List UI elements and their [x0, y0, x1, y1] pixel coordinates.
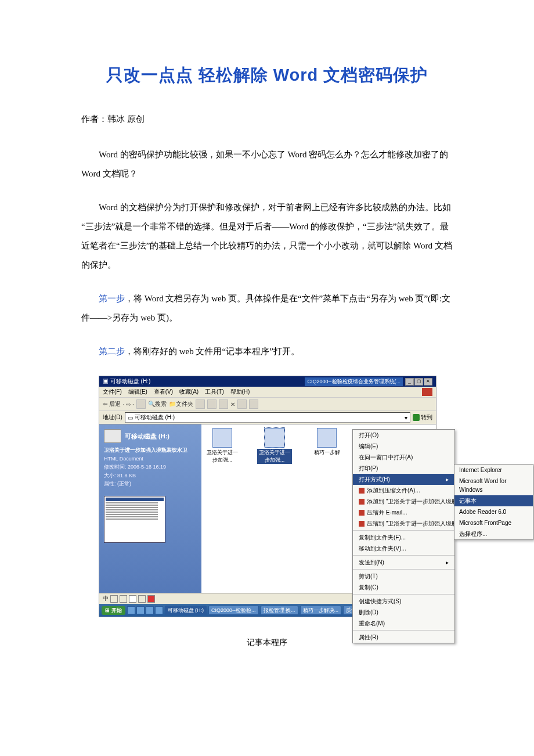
menu-file[interactable]: 文件(F) [103, 388, 122, 395]
file-item-selected[interactable]: 卫浴关于进一步加强... [257, 428, 292, 464]
file-item[interactable]: 精巧一步解 [309, 428, 344, 456]
submenu-ie[interactable]: Internet Explorer [454, 465, 533, 476]
window-buttons: _ ▢ ✕ [405, 378, 432, 386]
ctx-open[interactable]: 打开(O) [353, 430, 454, 441]
figure-screenshot: ▣ 可移动磁盘 (H:) CIQ2000--检验检疫综合业务管理系统(... _… [99, 376, 435, 648]
paragraph-step-1: 第一步，将 Word 文档另存为 web 页。具体操作是在“文件”菜单下点击“另… [81, 289, 453, 327]
menu-edit[interactable]: 编辑(E) [128, 388, 147, 395]
taskbar-button[interactable]: CIQ2000--检验检... [208, 606, 259, 615]
submenu-choose[interactable]: 选择程序... [454, 528, 533, 539]
menu-help[interactable]: 帮助(H) [230, 388, 250, 395]
ctx-shortcut[interactable]: 创建快捷方式(S) [353, 596, 454, 607]
ime-icon[interactable] [147, 595, 155, 603]
step2-label: 第二步 [99, 347, 125, 356]
document-page: 只改一点点 轻松解除 Word 文档密码保护 作者：韩冰 原创 Word 的密码… [0, 0, 534, 694]
quick-launch [127, 606, 163, 614]
ctx-rar-email[interactable]: 压缩到 "卫浴关于进一步加强入境瓶装饮水卫.rar" 并 E-mail [353, 518, 454, 529]
folders-button[interactable]: 📁文件夹 [169, 400, 193, 408]
ctx-add-archive[interactable]: 添加到压缩文件(A)... [353, 485, 454, 496]
chevron-right-icon: ▸ [446, 558, 449, 567]
menu-items: 文件(F) 编辑(E) 查看(V) 收藏(A) 工具(T) 帮助(H) [103, 388, 254, 396]
submenu-word[interactable]: Microsoft Word for Windows [454, 476, 533, 495]
ql-icon[interactable] [127, 606, 135, 614]
ctx-print[interactable]: 打印(P) [353, 463, 454, 474]
submenu-notepad[interactable]: 记事本 [454, 495, 533, 506]
ctx-move-to-folder[interactable]: 移动到文件夹(V)... [353, 543, 454, 554]
ql-icon[interactable] [136, 606, 145, 614]
delete-icon[interactable]: ✕ [230, 401, 235, 408]
ctx-open-with[interactable]: 打开方式(H)▸ [353, 474, 454, 485]
taskbar-button[interactable]: 精巧一步解决... [300, 606, 342, 615]
ctx-open-same-window[interactable]: 在同一窗口中打开(A) [353, 452, 454, 463]
ime-icon[interactable] [110, 595, 118, 603]
ctx-add-rar[interactable]: 添加到 "卫浴关于进一步加强入境瓶装饮水卫.rar"(T) [353, 496, 454, 507]
open-with-submenu: Internet Explorer Microsoft Word for Win… [454, 464, 533, 540]
menu-favorites[interactable]: 收藏(A) [179, 388, 199, 395]
step1-label: 第一步 [99, 294, 125, 303]
menu-tools[interactable]: 工具(T) [205, 388, 224, 395]
window-title-text: ▣ 可移动磁盘 (H:) [103, 377, 150, 386]
address-label: 地址(D) [103, 413, 122, 422]
minimize-button[interactable]: _ [405, 378, 414, 386]
ctx-edit[interactable]: 编辑(E) [353, 441, 454, 452]
windows-logo-icon [422, 388, 432, 396]
submenu-frontpage[interactable]: Microsoft FrontPage [454, 517, 533, 528]
menubar: 文件(F) 编辑(E) 查看(V) 收藏(A) 工具(T) 帮助(H) [99, 387, 436, 398]
taskbar-button[interactable]: 报检管理 换... [261, 606, 298, 615]
ctx-copy-to-folder[interactable]: 复制到文件夹(F)... [353, 532, 454, 543]
file-type: HTML Document [104, 455, 197, 463]
side-panel-title: 可移动磁盘 (H:) [125, 432, 169, 441]
submenu-adobe[interactable]: Adobe Reader 6.0 [454, 506, 533, 517]
toolbar: ⇦ 后退 · ⇨ · 🔍搜索 📁文件夹 ✕ [99, 398, 436, 411]
ctx-delete[interactable]: 删除(D) [353, 607, 454, 618]
titlebar-right: CIQ2000--检验检疫综合业务管理系统(... _ ▢ ✕ [305, 377, 432, 386]
menu-view[interactable]: 查看(V) [154, 388, 173, 395]
ime-icon[interactable] [120, 595, 127, 603]
chevron-right-icon: ▸ [446, 475, 449, 484]
ql-icon[interactable] [155, 606, 163, 614]
move-to-icon[interactable] [207, 399, 217, 409]
ime-indicator[interactable]: 中 [103, 595, 109, 603]
ctx-copy[interactable]: 复制(C) [353, 582, 454, 593]
context-menu: 打开(O) 编辑(E) 在同一窗口中打开(A) 打印(P) 打开方式(H)▸ 添… [352, 429, 455, 643]
copy-to-icon[interactable] [219, 399, 228, 409]
ctx-zip-email[interactable]: 压缩并 E-mail... [353, 507, 454, 518]
search-button[interactable]: 🔍搜索 [148, 400, 167, 408]
file-item[interactable]: 卫浴关于进一步加强... [205, 428, 240, 464]
go-button[interactable]: 转到 [413, 413, 432, 422]
go-icon [413, 414, 420, 421]
ctx-send-to[interactable]: 发送到(N)▸ [353, 557, 454, 568]
taskbar-button[interactable]: 可移动磁盘 (H:) [165, 606, 207, 615]
up-icon[interactable] [136, 399, 146, 409]
maximize-button[interactable]: ▢ [414, 378, 423, 386]
paragraph-intro-2: Word 的文档保护分为打开保护和修改保护，对于前者网上已经有许多比较成熟的办法… [81, 198, 453, 275]
history-icon[interactable] [196, 399, 205, 409]
html-file-icon [212, 428, 232, 448]
html-file-icon [265, 428, 284, 448]
close-button[interactable]: ✕ [424, 378, 432, 386]
explorer-body: 可移动磁盘 (H:) 卫浴关于进一步加强入境瓶装饮水卫 HTML Documen… [99, 424, 436, 593]
paragraph-step-2: 第二步，将刚存好的 web 文件用“记事本程序”打开。 [81, 342, 453, 361]
start-button[interactable]: ⊞ 开始 [102, 606, 125, 615]
file-modified: 修改时间: 2006-5-16 16:19 [104, 463, 197, 471]
titlebar: ▣ 可移动磁盘 (H:) CIQ2000--检验检疫综合业务管理系统(... _… [99, 376, 436, 387]
ime-icon[interactable] [138, 595, 146, 603]
address-input[interactable]: ▭ 可移动磁盘 (H:) ▾ [125, 412, 410, 423]
files-pane: 卫浴关于进一步加强... 卫浴关于进一步加强... 精巧一步解 打开(O) 编辑… [201, 424, 436, 593]
html-file-icon [317, 428, 337, 448]
back-button[interactable]: ⇦ 后退 [103, 400, 121, 408]
forward-button[interactable]: · ⇨ · [123, 401, 134, 408]
file-thumbnail [104, 496, 165, 543]
ctx-cut[interactable]: 剪切(T) [353, 571, 454, 582]
ctx-rename[interactable]: 重命名(M) [353, 618, 454, 629]
drive-icon [104, 429, 121, 443]
undo-icon[interactable] [237, 399, 247, 409]
ctx-properties[interactable]: 属性(R) [353, 632, 454, 643]
ql-icon[interactable] [146, 606, 154, 614]
screenshot-window: ▣ 可移动磁盘 (H:) CIQ2000--检验检疫综合业务管理系统(... _… [99, 376, 436, 617]
ime-icon[interactable] [129, 595, 136, 603]
views-icon[interactable] [249, 399, 258, 409]
paragraph-intro-1: Word 的密码保护功能比较强，如果一不小心忘了 Word 密码怎么办？怎么才能… [81, 145, 453, 183]
dropdown-icon[interactable]: ▾ [405, 415, 407, 421]
windows-icon: ⊞ [105, 607, 110, 613]
